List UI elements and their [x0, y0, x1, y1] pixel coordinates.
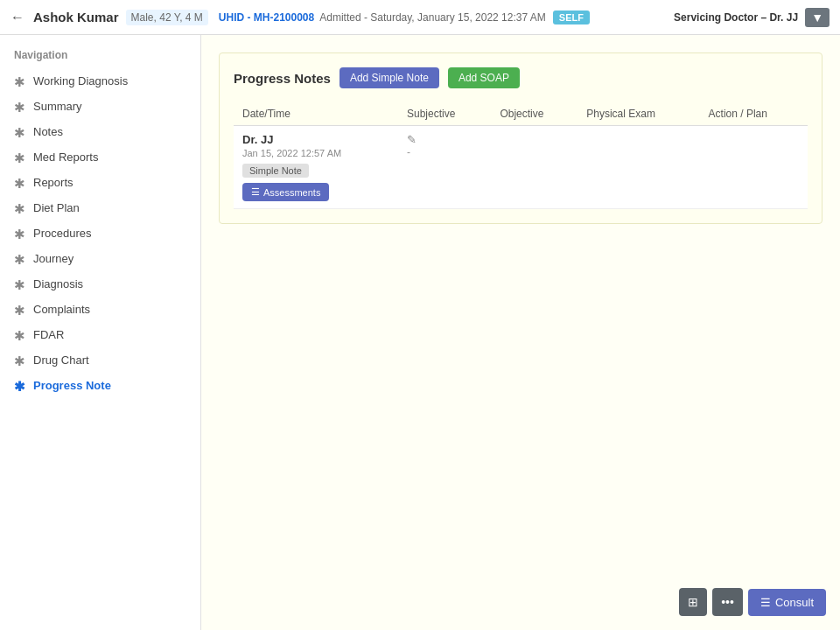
bottom-bar: ⊞ ••• ☰ Consult [679, 588, 826, 616]
progress-notes-area: Progress Notes Add Simple Note Add SOAP … [219, 52, 822, 224]
sidebar-item-med-reports[interactable]: ✱ Med Reports [0, 144, 200, 170]
note-physical-exam-cell [578, 126, 699, 209]
section-title: Progress Notes [234, 71, 331, 86]
edit-icon[interactable]: ✎ [407, 133, 416, 146]
header: ← Ashok Kumar Male, 42 Y, 4 M UHID - MH-… [0, 0, 840, 35]
table-header-row: Date/Time Subjective Objective Physical … [234, 102, 808, 126]
sidebar-item-journey[interactable]: ✱ Journey [0, 246, 200, 271]
sidebar-item-label: Reports [33, 176, 74, 189]
sidebar-bullet: ✱ [14, 329, 26, 341]
header-dropdown-button[interactable]: ▼ [805, 8, 830, 27]
col-physical-exam: Physical Exam [578, 102, 699, 126]
sidebar-title: Navigation [0, 44, 200, 68]
consult-label: Consult [775, 596, 814, 609]
sidebar-bullet: ✱ [14, 380, 26, 392]
sidebar-item-label: Drug Chart [33, 354, 89, 367]
sidebar-item-label: Procedures [33, 227, 91, 240]
note-date-time-cell: Dr. JJ Jan 15, 2022 12:57 AM Simple Note… [234, 126, 398, 209]
grid-button[interactable]: ⊞ [679, 588, 707, 616]
sidebar-item-notes[interactable]: ✱ Notes [0, 119, 200, 144]
note-subjective-cell: ✎ - [398, 126, 491, 209]
layout: Navigation ✱ Working Diagnosis✱ Summary✱… [0, 35, 840, 630]
patient-meta: Male, 42 Y, 4 M [126, 10, 208, 25]
sidebar-item-label: Working Diagnosis [33, 74, 128, 88]
sidebar-bullet: ✱ [14, 151, 26, 164]
sidebar-item-complaints[interactable]: ✱ Complaints [0, 297, 200, 322]
sidebar-item-label: Complaints [33, 303, 90, 316]
consult-icon: ☰ [760, 596, 771, 609]
sidebar-bullet: ✱ [14, 278, 26, 290]
col-subjective: Subjective [398, 102, 491, 126]
sidebar-bullet: ✱ [14, 177, 26, 189]
assessments-icon: ☰ [251, 186, 260, 198]
sidebar-item-fdar[interactable]: ✱ FDAR [0, 322, 200, 347]
sidebar-bullet: ✱ [14, 253, 26, 265]
sidebar-item-label: Progress Note [33, 379, 111, 392]
subjective-dash: - [407, 146, 482, 158]
assessments-button[interactable]: ☰ Assessments [242, 183, 329, 201]
sidebar-item-procedures[interactable]: ✱ Procedures [0, 220, 200, 246]
note-type-badge: Simple Note [242, 164, 309, 178]
sidebar-bullet: ✱ [14, 126, 26, 138]
progress-notes-table: Date/Time Subjective Objective Physical … [234, 102, 808, 209]
dots-button[interactable]: ••• [712, 588, 743, 616]
sidebar-bullet: ✱ [14, 228, 26, 240]
sidebar-item-working-diagnosis[interactable]: ✱ Working Diagnosis [0, 68, 200, 94]
sidebar-bullet: ✱ [14, 202, 26, 214]
sidebar-item-label: Notes [33, 125, 63, 138]
sidebar-item-reports[interactable]: ✱ Reports [0, 170, 200, 195]
header-right: Servicing Doctor – Dr. JJ ▼ [674, 8, 830, 27]
sidebar-bullet: ✱ [14, 101, 26, 113]
assessments-label: Assessments [263, 187, 320, 198]
sidebar-bullet: ✱ [14, 304, 26, 316]
uhid-label: UHID - MH-2100008 [219, 11, 314, 24]
sidebar-item-label: Diet Plan [33, 201, 80, 214]
add-simple-note-button[interactable]: Add Simple Note [340, 67, 439, 88]
self-badge: SELF [553, 10, 590, 24]
note-datetime: Jan 15, 2022 12:57 AM [242, 148, 389, 158]
back-button[interactable]: ← [10, 10, 24, 25]
sidebar-item-label: Diagnosis [33, 277, 83, 290]
sidebar-item-label: Summary [33, 100, 82, 113]
add-soap-button[interactable]: Add SOAP [448, 67, 520, 88]
sidebar-item-diet-plan[interactable]: ✱ Diet Plan [0, 195, 200, 220]
col-datetime: Date/Time [234, 102, 398, 126]
section-header: Progress Notes Add Simple Note Add SOAP [234, 67, 808, 88]
note-action-plan-cell [700, 126, 808, 209]
note-objective-cell [491, 126, 578, 209]
sidebar-item-progress-note[interactable]: ✱ Progress Note [0, 373, 200, 398]
sidebar-item-label: FDAR [33, 328, 64, 341]
col-action-plan: Action / Plan [700, 102, 808, 126]
servicing-doctor: Servicing Doctor – Dr. JJ [674, 11, 798, 24]
table-row: Dr. JJ Jan 15, 2022 12:57 AM Simple Note… [234, 126, 808, 209]
sidebar-item-label: Journey [33, 252, 74, 265]
patient-name: Ashok Kumar [33, 10, 119, 24]
sidebar-item-summary[interactable]: ✱ Summary [0, 94, 200, 119]
sidebar-item-drug-chart[interactable]: ✱ Drug Chart [0, 347, 200, 373]
consult-button[interactable]: ☰ Consult [748, 589, 826, 616]
note-doctor: Dr. JJ [242, 133, 389, 146]
admitted-label: Admitted - Saturday, January 15, 2022 12… [319, 11, 546, 24]
col-objective: Objective [491, 102, 578, 126]
main-content: Progress Notes Add Simple Note Add SOAP … [201, 35, 840, 630]
sidebar-item-diagnosis[interactable]: ✱ Diagnosis [0, 271, 200, 297]
sidebar: Navigation ✱ Working Diagnosis✱ Summary✱… [0, 35, 201, 630]
sidebar-item-label: Med Reports [33, 150, 98, 164]
sidebar-bullet: ✱ [14, 75, 26, 88]
sidebar-bullet: ✱ [14, 354, 26, 367]
